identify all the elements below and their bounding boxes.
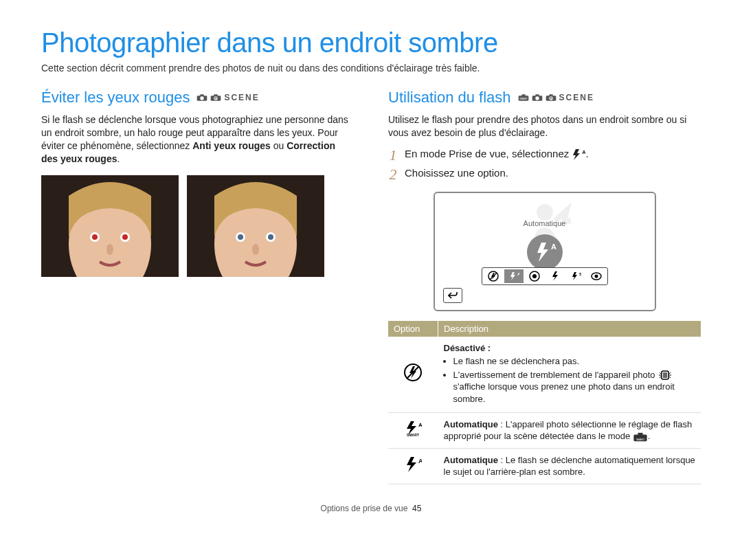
scene-label: SCENE: [224, 93, 259, 102]
svg-text:P: P: [215, 96, 218, 100]
svg-text:A: A: [418, 422, 422, 428]
body-join: ou: [271, 140, 286, 151]
svg-text:SMART: SMART: [636, 438, 645, 441]
row-off-desc: Désactivé : Le flash ne se déclenchera p…: [438, 337, 701, 412]
scene-label: SCENE: [559, 93, 594, 102]
footer-section: Options de prise de vue: [321, 504, 408, 513]
camera-icon: [196, 93, 207, 102]
flash-options-table: Option Description Désactivé : Le flash …: [388, 321, 701, 484]
svg-point-2: [201, 96, 204, 100]
option-redeye-fix[interactable]: [587, 269, 606, 283]
row-auto-smart-title: Automatique: [444, 419, 498, 429]
flash-auto-icon: A: [572, 149, 585, 160]
shake-warning-icon: [657, 370, 673, 380]
mode-icons: SMART P SCENE: [518, 93, 594, 102]
svg-rect-4: [214, 94, 218, 96]
option-flash-slow[interactable]: S: [566, 269, 585, 283]
step-1: 1 En mode Prise de vue, sélectionnez A.: [388, 148, 701, 163]
option-redeye[interactable]: [525, 269, 544, 283]
row-off-b1: Le flash ne se déclenchera pas.: [453, 355, 696, 368]
svg-point-41: [594, 274, 598, 278]
svg-text:SMART: SMART: [519, 98, 528, 100]
svg-text:S: S: [579, 272, 581, 276]
footer-page-num: 45: [412, 504, 421, 513]
svg-text:SMART: SMART: [407, 433, 419, 436]
step-1-text-part: En mode Prise de vue, sélectionnez: [405, 148, 572, 159]
section-heading-flash: Utilisation du flash SMART P SCENE: [388, 89, 701, 107]
th-desc: Description: [438, 321, 701, 337]
footer: Options de prise de vue 45: [41, 504, 701, 513]
step-number: 1: [388, 148, 398, 163]
flash-auto-smart-icon: ASMART: [404, 421, 422, 436]
row-auto-smart-icon: ASMART: [388, 412, 438, 448]
step-number: 2: [388, 167, 398, 182]
back-button[interactable]: [443, 288, 462, 303]
th-option: Option: [388, 321, 438, 337]
step-2-text: Choisissez une option.: [405, 167, 508, 179]
svg-text:A: A: [418, 458, 422, 464]
svg-point-20: [252, 244, 259, 255]
svg-point-32: [537, 204, 553, 221]
flash-body: Utilisez le flash pour prendre des photo…: [388, 113, 701, 139]
step-1-text-tail: .: [585, 148, 588, 159]
screen-mode-label: Automatique: [524, 219, 566, 227]
body-bold-1: Anti yeux rouges: [192, 140, 271, 151]
row-auto-std-icon: A: [388, 448, 438, 484]
svg-text:P: P: [550, 96, 552, 100]
option-flash-on[interactable]: [546, 269, 565, 283]
row-auto-smart-tail: .: [648, 431, 651, 441]
flash-auto-icon: A: [404, 457, 422, 472]
flash-mode-badge: A: [527, 234, 563, 270]
body-end: .: [117, 153, 120, 164]
svg-point-10: [92, 234, 98, 240]
flash-off-icon: [404, 363, 422, 381]
camera-smart-icon: SMART: [518, 93, 529, 102]
svg-rect-25: [535, 94, 539, 96]
svg-rect-1: [201, 94, 204, 96]
svg-rect-28: [549, 94, 552, 96]
row-auto-std-title: Automatique: [444, 455, 498, 465]
page-intro: Cette section décrit comment prendre des…: [41, 63, 701, 74]
svg-point-26: [535, 96, 539, 100]
camera-icon: [532, 93, 543, 102]
step-2: 2 Choisissez une option.: [388, 167, 701, 182]
page-title: Photographier dans un endroit sombre: [41, 27, 701, 58]
row-auto-smart-desc: Automatique : L'appareil photo sélection…: [438, 412, 701, 448]
redeye-body: Si le flash se déclenche lorsque vous ph…: [41, 113, 354, 166]
row-off-b2-post: s'affiche lorsque vous prenez une photo …: [453, 381, 675, 404]
svg-text:A: A: [517, 272, 519, 276]
svg-rect-22: [521, 94, 525, 96]
svg-point-12: [122, 234, 128, 240]
svg-point-13: [106, 244, 113, 255]
camera-p-icon: P: [546, 93, 556, 102]
row-off-icon: [388, 337, 438, 412]
svg-rect-48: [638, 433, 642, 436]
svg-point-17: [238, 234, 243, 240]
flash-option-row: A S: [482, 267, 608, 285]
svg-point-38: [532, 274, 537, 278]
mode-icons: P SCENE: [196, 93, 259, 102]
row-off-b2: L'avertissement de tremblement de l'appa…: [453, 369, 696, 405]
heading-text: Utilisation du flash: [388, 89, 511, 107]
section-heading-redeye: Éviter les yeux rouges P SCENE: [41, 89, 354, 107]
camera-screen-mock: Automatique A A S: [434, 192, 656, 311]
example-photo-redeye: [41, 175, 179, 277]
row-off-b2-pre: L'avertissement de tremblement de l'appa…: [453, 370, 655, 380]
svg-text:A: A: [551, 243, 556, 251]
back-icon: [448, 291, 458, 300]
camera-p-icon: P: [210, 93, 221, 102]
example-photo-corrected: [187, 175, 324, 277]
row-auto-std-desc: Automatique : Le flash se déclenche auto…: [438, 448, 701, 484]
row-off-title: Désactivé :: [444, 343, 491, 353]
step-1-text: En mode Prise de vue, sélectionnez A.: [405, 148, 589, 160]
svg-point-19: [268, 234, 273, 240]
option-flash-off[interactable]: [484, 269, 503, 283]
flash-a-icon: A: [533, 240, 556, 264]
option-flash-auto[interactable]: A: [504, 269, 524, 283]
heading-text: Éviter les yeux rouges: [41, 89, 190, 107]
camera-smart-icon: SMART: [633, 432, 648, 442]
